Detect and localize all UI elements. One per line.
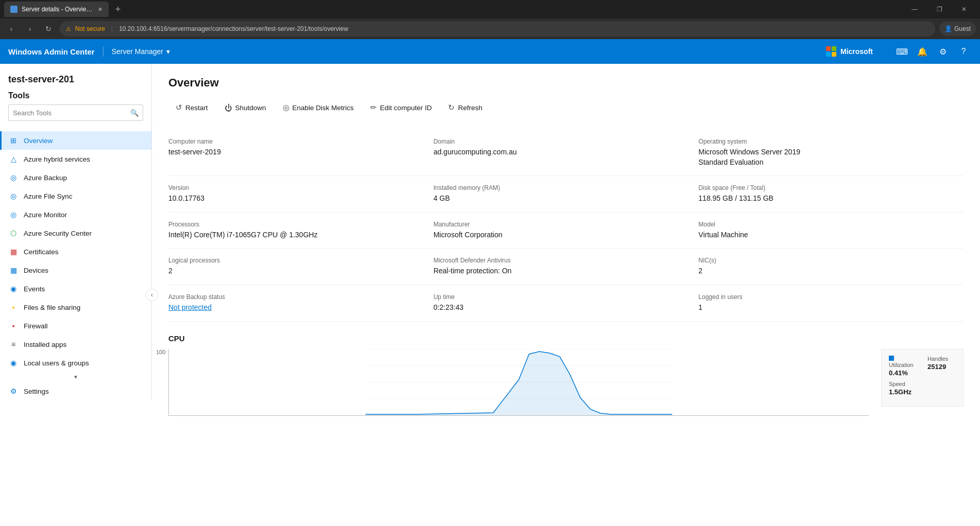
sidebar-item-azure-security-center[interactable]: ⬡ Azure Security Center <box>0 224 151 242</box>
azure-hybrid-icon: △ <box>8 154 19 164</box>
search-box[interactable]: 🔍 <box>8 104 143 121</box>
sidebar-collapse-button[interactable]: ‹ <box>146 289 158 301</box>
label-uptime: Up time <box>434 293 699 301</box>
svg-marker-4 <box>366 352 672 415</box>
tab-close-button[interactable]: ✕ <box>98 6 102 13</box>
search-button[interactable]: 🔍 <box>126 104 143 121</box>
edit-icon: ✏ <box>370 103 377 112</box>
label-defender: Microsoft Defender Antivirus <box>434 257 699 264</box>
info-cell-processors: Processors Intel(R) Core(TM) i7-1065G7 C… <box>168 213 434 249</box>
sidebar-item-azure-file-sync[interactable]: ◎ Azure File Sync <box>0 187 151 205</box>
legend-speed-value: 1.5GHz <box>889 388 956 396</box>
label-model: Model <box>698 221 964 228</box>
sidebar-item-label: Azure hybrid services <box>24 155 90 163</box>
browser-chrome: Server details - Overview - Serve... ✕ +… <box>0 0 980 39</box>
legend-speed: Speed 1.5GHz <box>889 381 956 396</box>
ms-squares-icon <box>826 46 836 57</box>
value-version: 10.0.17763 <box>168 194 434 204</box>
url-text: 10.20.100.4:6516/servermanager/connectio… <box>119 25 348 32</box>
shutdown-label: Shutdown <box>235 104 266 112</box>
minimize-button[interactable]: — <box>903 0 926 20</box>
value-backup-status[interactable]: Not protected <box>168 303 434 313</box>
server-manager-dropdown[interactable]: Server Manager ▾ <box>112 47 170 56</box>
legend-handles: Handles 25129 <box>927 356 956 377</box>
restart-icon: ↺ <box>176 103 182 112</box>
sidebar-item-label: Certificates <box>24 248 59 256</box>
edit-computer-id-button[interactable]: ✏ Edit computer ID <box>363 100 439 115</box>
settings-icon[interactable]: ⚙ <box>935 43 951 60</box>
sidebar-item-settings[interactable]: ⚙ Settings <box>0 382 151 400</box>
scroll-down-indicator[interactable]: ▼ <box>0 372 151 382</box>
sidebar-item-devices[interactable]: ▦ Devices <box>0 261 151 279</box>
azure-file-sync-icon: ◎ <box>8 191 19 201</box>
value-uptime: 0:2:23:43 <box>434 303 699 313</box>
azure-monitor-icon: ◎ <box>8 209 19 220</box>
browser-controls: ‹ › ↻ ⚠ Not secure | 10.20.100.4:6516/se… <box>0 19 980 39</box>
value-defender: Real-time protection: On <box>434 266 699 276</box>
browser-actions: 👤 Guest <box>939 22 976 36</box>
info-cell-disk: Disk space (Free / Total) 118.95 GB / 13… <box>698 176 964 213</box>
restore-button[interactable]: ❐ <box>927 0 951 20</box>
value-ram: 4 GB <box>434 194 699 204</box>
shutdown-button[interactable]: ⏻ Shutdown <box>217 100 273 115</box>
tab-favicon <box>10 6 18 13</box>
certificates-icon: ▦ <box>8 247 19 257</box>
nav-settings-icon: ⚙ <box>8 386 19 396</box>
info-cell-model: Model Virtual Machine <box>698 213 964 249</box>
forward-button[interactable]: › <box>23 22 37 36</box>
legend-utilization-label: Utilization <box>889 356 917 368</box>
cpu-chart-legend: Utilization 0.41% Handles 25129 Speed 1.… <box>881 349 964 407</box>
active-tab[interactable]: Server details - Overview - Serve... ✕ <box>4 2 109 17</box>
sidebar-item-local-users-groups[interactable]: ◉ Local users & groups <box>0 354 151 372</box>
sidebar-wrapper: test-server-201 Tools 🔍 ⊞ Overview △ A <box>0 64 152 526</box>
value-domain: ad.gurucomputing.com.au <box>434 147 699 157</box>
info-cell-logical-processors: Logical processors 2 <box>168 249 434 285</box>
search-icon: 🔍 <box>130 109 139 117</box>
info-cell-domain: Domain ad.gurucomputing.com.au <box>434 130 699 176</box>
legend-handles-label: Handles <box>927 356 956 362</box>
scroll-down-icon: ▼ <box>73 374 78 380</box>
sidebar-item-certificates[interactable]: ▦ Certificates <box>0 242 151 261</box>
value-model: Virtual Machine <box>698 230 964 240</box>
security-label: Not secure <box>75 25 105 32</box>
enable-disk-metrics-button[interactable]: ◎ Enable Disk Metrics <box>276 100 361 115</box>
info-grid: Computer name test-server-2019 Domain ad… <box>168 130 964 322</box>
close-button[interactable]: ✕ <box>952 0 976 20</box>
refresh-button[interactable]: ↻ Refresh <box>441 100 489 115</box>
sidebar-item-events[interactable]: ◉ Events <box>0 279 151 298</box>
sidebar-item-installed-apps[interactable]: ≡ Installed apps <box>0 335 151 354</box>
search-input[interactable] <box>9 109 126 117</box>
content-refresh-icon: ↻ <box>448 103 455 112</box>
user-button[interactable]: 👤 Guest <box>939 22 976 36</box>
firewall-icon: ▪ <box>8 321 19 331</box>
restart-label: Restart <box>185 104 208 112</box>
address-bar[interactable]: ⚠ Not secure | 10.20.100.4:6516/serverma… <box>60 21 935 37</box>
server-manager-label: Server Manager <box>112 47 163 56</box>
info-cell-computer-name: Computer name test-server-2019 <box>168 130 434 176</box>
shutdown-icon: ⏻ <box>225 103 232 112</box>
sidebar-item-files-sharing[interactable]: ▪ Files & file sharing <box>0 298 151 317</box>
user-label: Guest <box>954 25 971 32</box>
sidebar-item-azure-monitor[interactable]: ◎ Azure Monitor <box>0 205 151 224</box>
azure-backup-icon: ◎ <box>8 172 19 183</box>
sidebar-header: test-server-201 Tools 🔍 <box>0 64 151 131</box>
cpu-section: 100 Uti <box>168 349 964 417</box>
sidebar-item-azure-backup[interactable]: ◎ Azure Backup <box>0 168 151 187</box>
sidebar-item-azure-hybrid-services[interactable]: △ Azure hybrid services <box>0 150 151 168</box>
notifications-icon[interactable]: 🔔 <box>914 43 931 60</box>
label-computer-name: Computer name <box>168 138 434 145</box>
help-icon[interactable]: ? <box>955 43 972 60</box>
label-backup-status: Azure Backup status <box>168 293 434 301</box>
cpu-chart-container: 100 <box>168 349 869 417</box>
sidebar-item-firewall[interactable]: ▪ Firewall <box>0 317 151 335</box>
terminal-icon[interactable]: ⌨ <box>893 43 910 60</box>
toolbar: ↺ Restart ⏻ Shutdown ◎ Enable Disk Metri… <box>168 100 964 115</box>
sidebar-item-overview[interactable]: ⊞ Overview <box>0 131 151 150</box>
new-tab-button[interactable]: + <box>111 2 125 16</box>
browser-refresh-button[interactable]: ↻ <box>41 22 56 36</box>
back-button[interactable]: ‹ <box>4 22 19 36</box>
label-ram: Installed memory (RAM) <box>434 184 699 191</box>
refresh-label: Refresh <box>458 104 482 112</box>
value-logical-processors: 2 <box>168 266 434 276</box>
restart-button[interactable]: ↺ Restart <box>168 100 215 115</box>
